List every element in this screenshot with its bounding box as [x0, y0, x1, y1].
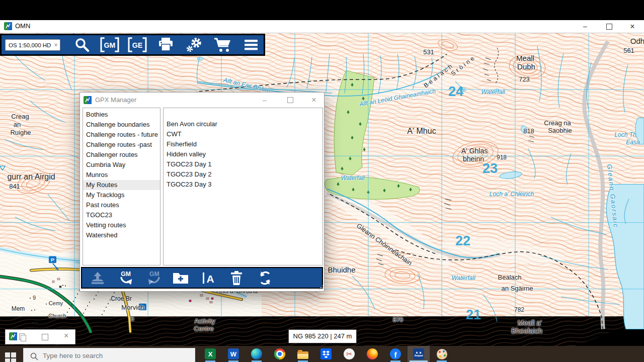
- folder-item[interactable]: Challenge routes -past: [83, 140, 160, 150]
- shop-button[interactable]: [212, 36, 234, 53]
- route-item[interactable]: TGOC23 Day 2: [164, 169, 323, 179]
- folder-item[interactable]: Past routes: [83, 200, 160, 210]
- folder-item[interactable]: My Routes: [83, 180, 160, 190]
- taskbar-app-chrome[interactable]: [269, 346, 291, 362]
- folder-item[interactable]: Vetting routes: [83, 220, 160, 230]
- mini-close-button[interactable]: ×: [64, 331, 68, 340]
- route-item[interactable]: Hidden valley: [164, 149, 323, 159]
- file-explorer-icon: [297, 351, 308, 359]
- taskbar-app-facebook[interactable]: f: [384, 346, 407, 362]
- svg-text:GM: GM: [149, 270, 159, 278]
- gear-icon: [185, 36, 203, 53]
- map-scale-value: OS 1:50,000 HD: [9, 42, 51, 48]
- mini-window-titlebar[interactable]: ×: [5, 329, 75, 344]
- svg-text:P: P: [51, 257, 54, 262]
- trash-icon: [229, 270, 244, 286]
- folder-item[interactable]: Challenge routes - future: [83, 130, 160, 140]
- taskbar-search-input[interactable]: [42, 351, 185, 360]
- folder-item[interactable]: Bothies: [83, 110, 160, 120]
- taskbar-app-word[interactable]: W: [222, 346, 245, 362]
- folder-item[interactable]: My Tracklogs: [83, 190, 160, 200]
- gpx-manager-titlebar[interactable]: GPX Manager – ×: [80, 93, 324, 108]
- desktop-screen: P P Odh561531MeallDubh723BealachSròineWa…: [0, 0, 644, 362]
- svg-text:GM: GM: [121, 270, 131, 278]
- folder-item[interactable]: TGOC23: [83, 210, 160, 220]
- omn-app-icon: [84, 96, 92, 104]
- dropbox-icon: [320, 348, 332, 359]
- gpx-route-list[interactable]: Ben Avon circularCWTFisherfieldHidden va…: [163, 108, 323, 265]
- route-item[interactable]: Ben Avon circular: [164, 119, 323, 129]
- gpx-manager-dialog: GPX Manager – × BothiesChallenge boundar…: [79, 92, 325, 292]
- taskbar-app-edge[interactable]: [246, 346, 268, 362]
- taskbar-app-excel[interactable]: X: [199, 346, 221, 362]
- rename-icon: A: [201, 271, 216, 285]
- goto-google-maps-button[interactable]: GM: [99, 36, 121, 53]
- gm-export-icon: GM: [117, 270, 135, 286]
- coordinate-readout: NG 985 220 | 247 m: [288, 329, 357, 343]
- folder-item[interactable]: Challenge boundaries: [83, 120, 160, 130]
- printer-icon: [157, 37, 175, 52]
- restore-button[interactable]: [600, 20, 617, 33]
- refresh-button[interactable]: [255, 269, 276, 287]
- taskbar-app-anquet[interactable]: ▲▲Anquet: [408, 346, 430, 362]
- snipping-tool-icon: ✂: [344, 348, 355, 359]
- taskbar-app-snip[interactable]: ✂: [338, 346, 360, 362]
- firefox-icon: [367, 348, 378, 359]
- taskbar-app-dropbox[interactable]: [315, 346, 337, 362]
- gm-import-icon: GM: [145, 270, 163, 286]
- search-button[interactable]: [71, 36, 93, 53]
- folder-plus-icon: [172, 271, 189, 285]
- settings-button[interactable]: [183, 36, 205, 53]
- dialog-maximize-button[interactable]: [281, 94, 298, 106]
- taskbar: XW✂f▲▲Anquet 15:50 5°C: [0, 346, 644, 362]
- word-icon: W: [228, 348, 239, 359]
- refresh-icon: [257, 270, 274, 286]
- main-toolbar: OS 1:50,000 HD ˅ GM GE: [0, 34, 265, 56]
- dialog-minimize-button[interactable]: –: [256, 94, 273, 106]
- route-item[interactable]: CWT: [164, 129, 323, 139]
- gpx-folder-list[interactable]: BothiesChallenge boundariesChallenge rou…: [83, 108, 160, 265]
- close-button[interactable]: ×: [624, 20, 641, 33]
- start-button[interactable]: [5, 352, 18, 362]
- svg-text:GE: GE: [132, 41, 142, 49]
- print-button[interactable]: [155, 36, 177, 53]
- import-from-gm-button[interactable]: GM: [143, 269, 165, 287]
- dialog-close-button[interactable]: ×: [305, 94, 323, 106]
- delete-button[interactable]: [226, 269, 247, 287]
- omn-app-icon: [4, 22, 12, 30]
- folder-item[interactable]: Cumbria Way: [83, 160, 160, 170]
- route-item[interactable]: TGOC23 Day 3: [164, 179, 323, 190]
- main-window-titlebar: OMN – ×: [0, 20, 644, 33]
- top-black-strip: [0, 0, 644, 20]
- goto-google-earth-button[interactable]: GE: [126, 36, 148, 53]
- omn-app-icon: [9, 332, 17, 340]
- minimize-button[interactable]: –: [577, 20, 594, 33]
- taskbar-search-box[interactable]: [23, 348, 195, 362]
- gpx-manager-toolbar: GM GM A: [81, 267, 323, 289]
- hamburger-icon: [243, 38, 259, 52]
- map-scale-dropdown[interactable]: OS 1:50,000 HD ˅: [5, 39, 60, 51]
- facebook-icon: f: [390, 348, 401, 359]
- folder-item[interactable]: Munros: [83, 170, 160, 180]
- rename-button[interactable]: A: [198, 269, 219, 287]
- excel-icon: X: [205, 348, 216, 359]
- ge-icon: GE: [126, 36, 148, 53]
- export-to-gm-button[interactable]: GM: [116, 269, 137, 287]
- dialog-resize-grip[interactable]: [317, 284, 324, 290]
- mini-maximize-button[interactable]: [42, 334, 48, 340]
- search-icon: [30, 352, 38, 360]
- taskbar-app-firefox[interactable]: [361, 346, 383, 362]
- cart-icon: [213, 36, 233, 53]
- svg-text:A: A: [206, 273, 214, 285]
- new-folder-button[interactable]: [170, 269, 191, 287]
- folder-item[interactable]: Watershed: [83, 230, 160, 240]
- route-item[interactable]: Fisherfield: [164, 139, 323, 149]
- route-item[interactable]: TGOC23 Day 1: [164, 159, 323, 169]
- taskbar-app-paint[interactable]: [431, 346, 453, 362]
- folder-item[interactable]: Challenger routes: [83, 150, 160, 160]
- taskbar-app-explorer[interactable]: [292, 346, 314, 362]
- menu-button[interactable]: [240, 36, 262, 53]
- svg-text:GM: GM: [104, 41, 116, 49]
- chevron-down-icon: ˅: [54, 40, 57, 51]
- upload-button[interactable]: [87, 269, 108, 287]
